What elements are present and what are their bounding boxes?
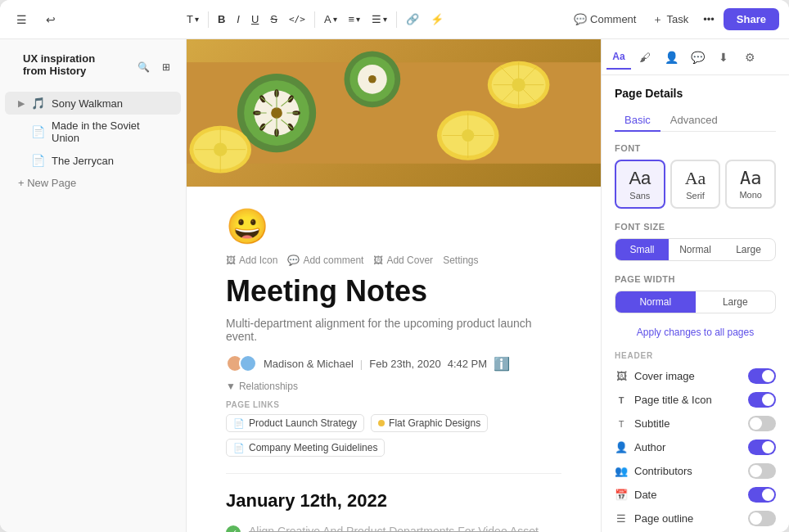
tab-advanced[interactable]: Advanced (661, 110, 728, 132)
link-chip-2[interactable]: Flat Graphic Designs (371, 414, 488, 432)
toggle-cover-left: 🖼 Cover image (615, 370, 695, 382)
page-links: 📄 Product Launch Strategy Flat Graphic D… (226, 414, 561, 457)
author-icon: 👤 (615, 441, 628, 453)
subtitle-toggle[interactable] (748, 416, 776, 431)
panel-icons-row: Aa 🖌 👤 💬 ⬇ ⚙ (602, 39, 789, 75)
sidebar-item-label-3: The Jerrycan (52, 155, 114, 167)
sidebar-item-label-2: Made in the Soviet Union (52, 119, 168, 144)
doc-icon-1: 📄 (31, 125, 45, 138)
share-button[interactable]: Share (724, 8, 779, 30)
add-comment-btn[interactable]: 💬 Add comment (287, 255, 363, 266)
toggle-title-left: T Page title & Icon (615, 394, 712, 406)
font-sans-preview: Aa (620, 168, 661, 189)
svg-point-32 (214, 142, 228, 156)
relationships-row[interactable]: ▼ Relationships (226, 381, 561, 392)
page-outline-toggle[interactable] (748, 511, 776, 526)
panel-chat-btn[interactable]: 💬 (685, 45, 710, 70)
right-panel: Aa 🖌 👤 💬 ⬇ ⚙ Page Details Basic Advanced… (601, 39, 789, 532)
add-comment-label: Add comment (303, 255, 363, 266)
panel-body: Page Details Basic Advanced Font Aa Sans… (602, 75, 789, 532)
authors-text: Madison & Michael (264, 358, 354, 370)
sidebar-item-sony-walkman[interactable]: ▶ 🎵 Sony Walkman (5, 92, 181, 115)
more-options-btn[interactable]: ••• (699, 11, 719, 28)
code-btn[interactable]: </> (285, 11, 309, 27)
italic-btn[interactable]: I (232, 11, 244, 28)
font-serif-preview: Aa (675, 168, 716, 189)
sidebar-item-label: Sony Walkman (52, 97, 123, 110)
contributors-toggle[interactable] (748, 463, 776, 479)
link-chip-3[interactable]: 📄 Company Meeting Guidelines (226, 439, 385, 457)
width-large[interactable]: Large (696, 291, 776, 313)
font-options: Aa Sans Aa Serif Aa Mono (615, 160, 776, 209)
header-section-label: HEADER (615, 351, 776, 360)
add-icon-btn[interactable]: 🖼 Add Icon (226, 255, 277, 266)
underline-btn[interactable]: U (247, 11, 263, 28)
contributors-icon: 👥 (615, 465, 628, 477)
author-label: Author (634, 441, 665, 453)
cover-image-icon: 🖼 (615, 370, 628, 382)
new-page-btn[interactable]: + New Page (5, 172, 181, 194)
sidebar-item-jerrycan[interactable]: ▶ 📄 The Jerrycan (5, 149, 181, 172)
info-icon[interactable]: ℹ️ (494, 356, 510, 372)
apply-changes-link[interactable]: Apply changes to all pages (615, 327, 776, 338)
width-normal[interactable]: Normal (615, 291, 696, 313)
link-label-2: Flat Graphic Designs (389, 417, 480, 429)
page-actions-row: 🖼 Add Icon 💬 Add comment 🖼 Add Cover Set… (226, 255, 561, 266)
panel-person-btn[interactable]: 👤 (659, 45, 683, 70)
task-check-1[interactable]: ✓ (226, 525, 241, 532)
page-subtitle: Multi-department alignment for the upcom… (226, 317, 561, 343)
sidebar-grid-btn[interactable]: ⊞ (156, 57, 176, 77)
toggle-outline-left: ☰ Page outline (615, 512, 693, 525)
font-sans[interactable]: Aa Sans (615, 160, 665, 209)
link-btn[interactable]: 🔗 (402, 11, 423, 28)
align-btn[interactable]: ≡ ▾ (345, 11, 365, 28)
cover-icon: 🖼 (373, 255, 383, 266)
topbar: ☰ ↩ T ▾ B I U S </> A ▾ ≡ ▾ ☰ (0, 0, 789, 39)
toolbar: T ▾ B I U S </> A ▾ ≡ ▾ ☰ ▾ 🔗 ⚡ (69, 11, 561, 28)
svg-point-36 (368, 75, 376, 83)
size-large[interactable]: Large (722, 239, 775, 260)
avatar-group (226, 354, 257, 372)
cover-image (187, 39, 601, 187)
color-btn[interactable]: A ▾ (320, 11, 341, 28)
sidebar: UX inspiration from History 🔍 ⊞ ▶ 🎵 Sony… (0, 39, 187, 532)
page-title-toggle[interactable] (748, 392, 776, 408)
section-date: January 12th, 2022 (226, 490, 561, 512)
toggle-page-outline: ☰ Page outline (615, 511, 776, 526)
font-toolbar-btn[interactable]: T ▾ (183, 11, 203, 28)
outline-icon: ☰ (615, 512, 628, 525)
panel-settings-btn[interactable]: ⚙ (737, 45, 762, 70)
page-links-section: PAGE LINKS 📄 Product Launch Strategy Fla… (226, 400, 561, 457)
sidebar-search-btn[interactable]: 🔍 (133, 57, 153, 77)
add-cover-btn[interactable]: 🖼 Add Cover (373, 255, 433, 266)
walkman-icon: 🎵 (31, 97, 45, 110)
list-btn[interactable]: ☰ ▾ (367, 11, 391, 28)
size-small[interactable]: Small (615, 239, 669, 260)
settings-link[interactable]: Settings (443, 255, 478, 266)
page-title: Meeting Notes (226, 274, 561, 309)
cover-image-toggle[interactable] (748, 368, 776, 384)
sidebar-item-soviet-union[interactable]: ▶ 📄 Made in the Soviet Union (5, 115, 181, 149)
author-toggle[interactable] (748, 440, 776, 455)
link-chip-1[interactable]: 📄 Product Launch Strategy (226, 414, 364, 432)
task-btn[interactable]: ＋ Task (647, 9, 694, 30)
tab-basic[interactable]: Basic (615, 110, 661, 132)
page-content: 😀 🖼 Add Icon 💬 Add comment 🖼 Add Cover (187, 187, 601, 532)
date-toggle[interactable] (748, 487, 776, 503)
lightning-btn[interactable]: ⚡ (426, 11, 448, 28)
strikethrough-btn[interactable]: S (266, 11, 282, 28)
bold-btn[interactable]: B (214, 11, 229, 28)
panel-brush-btn[interactable]: 🖌 (633, 45, 657, 70)
font-serif[interactable]: Aa Serif (670, 160, 721, 209)
undo-icon[interactable]: ↩ (39, 8, 62, 31)
font-sans-label: Sans (620, 191, 661, 201)
topbar-left: ☰ ↩ (10, 8, 62, 31)
font-mono[interactable]: Aa Mono (725, 160, 776, 209)
font-mono-label: Mono (730, 190, 771, 200)
menu-icon[interactable]: ☰ (10, 8, 33, 31)
comment-btn[interactable]: 💬 Comment (568, 10, 642, 29)
panel-font-btn[interactable]: Aa (606, 45, 631, 70)
panel-download-btn[interactable]: ⬇ (711, 45, 736, 70)
add-icon-label: Add Icon (239, 255, 277, 266)
size-normal[interactable]: Normal (669, 239, 722, 260)
